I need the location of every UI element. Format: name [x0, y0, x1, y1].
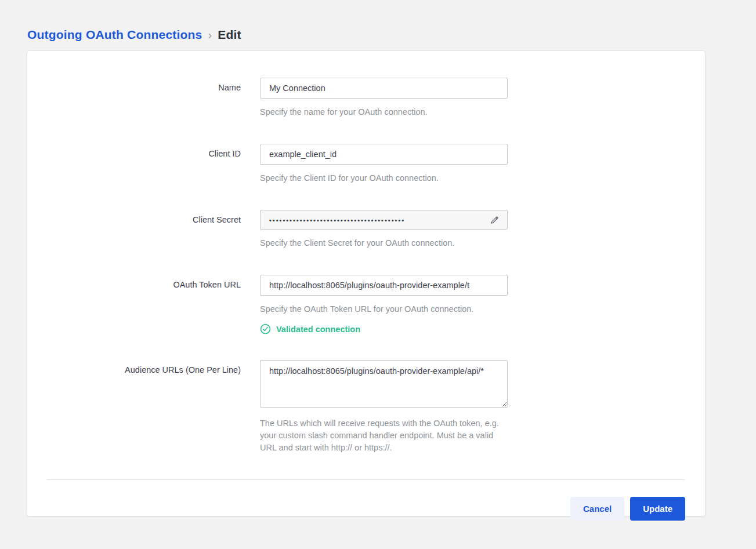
- breadcrumb-separator-icon: ›: [208, 28, 212, 42]
- client-secret-masked-value: ••••••••••••••••••••••••••••••••••••••••: [269, 216, 405, 224]
- client-secret-field: ••••••••••••••••••••••••••••••••••••••••: [260, 210, 508, 230]
- oauth-token-url-label: OAuth Token URL: [47, 275, 260, 335]
- audience-urls-row: Audience URLs (One Per Line) The URLs wh…: [47, 360, 685, 454]
- validated-connection-text: Validated connection: [276, 325, 360, 334]
- oauth-token-url-help-text: Specify the OAuth Token URL for your OAu…: [260, 303, 508, 315]
- update-button[interactable]: Update: [630, 497, 685, 521]
- edit-client-secret-button[interactable]: [489, 214, 501, 226]
- footer-divider: [47, 479, 685, 480]
- audience-urls-help-text: The URLs which will receive requests wit…: [260, 417, 508, 454]
- client-id-row: Client ID Specify the Client ID for your…: [47, 144, 685, 184]
- breadcrumb-link-outgoing-oauth-connections[interactable]: Outgoing OAuth Connections: [27, 28, 202, 42]
- oauth-token-url-input[interactable]: [260, 275, 508, 296]
- pencil-icon: [490, 215, 500, 225]
- cancel-button[interactable]: Cancel: [570, 497, 624, 521]
- edit-connection-card: Name Specify the name for your OAuth con…: [27, 50, 706, 517]
- client-secret-row: Client Secret ••••••••••••••••••••••••••…: [47, 210, 685, 249]
- check-circle-icon: [260, 323, 271, 335]
- client-id-input[interactable]: [260, 144, 508, 165]
- client-id-label: Client ID: [47, 144, 260, 184]
- oauth-token-url-row: OAuth Token URL Specify the OAuth Token …: [47, 275, 685, 335]
- breadcrumb: Outgoing OAuth Connections › Edit: [0, 0, 756, 50]
- client-id-help-text: Specify the Client ID for your OAuth con…: [260, 172, 508, 184]
- name-help-text: Specify the name for your OAuth connecti…: [260, 106, 508, 118]
- form-footer: Cancel Update: [47, 497, 685, 521]
- validated-connection-status: Validated connection: [260, 323, 508, 335]
- audience-urls-label: Audience URLs (One Per Line): [47, 360, 260, 454]
- name-label: Name: [47, 78, 260, 118]
- page-title: Edit: [218, 28, 241, 42]
- client-secret-label: Client Secret: [47, 210, 260, 249]
- audience-urls-textarea[interactable]: [260, 360, 508, 408]
- name-input[interactable]: [260, 78, 508, 99]
- client-secret-help-text: Specify the Client Secret for your OAuth…: [260, 237, 508, 249]
- name-row: Name Specify the name for your OAuth con…: [47, 78, 685, 118]
